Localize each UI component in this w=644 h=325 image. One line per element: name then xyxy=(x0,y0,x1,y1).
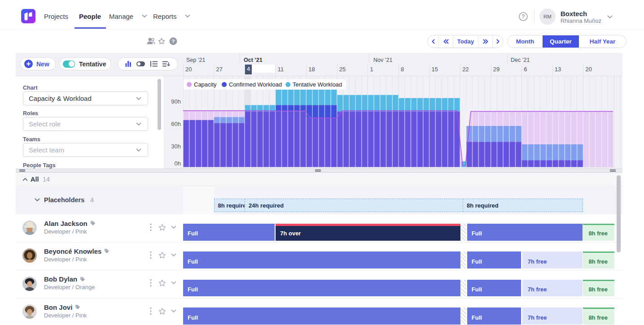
svg-text:?: ? xyxy=(171,39,175,44)
svg-text:Confirmed Workload: Confirmed Workload xyxy=(229,81,282,88)
svg-text:Capacity: Capacity xyxy=(194,81,217,88)
svg-text:Tentative Workload: Tentative Workload xyxy=(293,81,342,88)
svg-text:?: ? xyxy=(521,13,525,20)
